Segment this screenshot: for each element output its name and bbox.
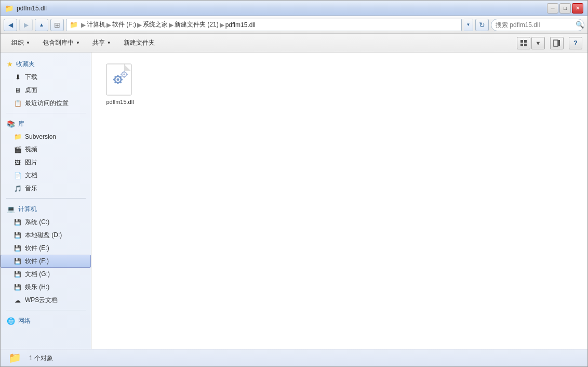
- sidebar-item-wps-cloud-label: WPS云文档: [25, 296, 58, 305]
- sidebar-item-subversion[interactable]: 📁 Subversion: [1, 130, 91, 143]
- recent-button[interactable]: ⊞: [50, 19, 64, 31]
- svg-rect-3: [524, 44, 527, 46]
- pictures-icon: 🖼: [14, 159, 22, 167]
- organize-button[interactable]: 组织 ▼: [6, 36, 36, 50]
- search-icon[interactable]: 🔍: [576, 21, 584, 29]
- view-dropdown-button[interactable]: ▼: [531, 37, 545, 49]
- minimize-button[interactable]: ─: [547, 3, 558, 14]
- back-button[interactable]: ◀: [4, 19, 17, 31]
- svg-rect-24: [121, 74, 122, 75]
- sidebar-item-drive-f[interactable]: 💾 软件 (F:): [1, 255, 91, 268]
- new-folder-button[interactable]: 新建文件夹: [118, 36, 161, 50]
- sidebar-item-recent-label: 最近访问的位置: [25, 99, 69, 108]
- refresh-button[interactable]: ↻: [475, 19, 489, 31]
- sidebar-item-wps-cloud[interactable]: ☁ WPS云文档: [1, 294, 91, 307]
- svg-rect-12: [117, 75, 119, 77]
- search-box: 🔍: [491, 19, 584, 31]
- title-bar-controls: ─ □ ✕: [547, 3, 583, 14]
- address-path[interactable]: 📁 ▶ 计算机 ▶ 软件 (F:) ▶ 系统之家 ▶ 新建文件夹 (21) ▶ …: [66, 19, 462, 31]
- sidebar-item-music[interactable]: 🎵 音乐: [1, 182, 91, 195]
- help-button[interactable]: ?: [569, 37, 582, 49]
- subversion-icon: 📁: [14, 133, 22, 141]
- close-button[interactable]: ✕: [572, 3, 583, 14]
- drive-e-icon: 💾: [14, 244, 22, 253]
- path-segment-current: pdflm15.dll: [225, 21, 256, 29]
- documents-icon: 📄: [14, 172, 22, 180]
- library-section-title: 📚 库: [1, 116, 91, 130]
- preview-pane-button[interactable]: [550, 37, 564, 49]
- svg-rect-4: [554, 40, 558, 46]
- forward-button[interactable]: ▶: [19, 19, 33, 31]
- sidebar-item-download-label: 下载: [25, 73, 37, 82]
- video-icon: 🎬: [14, 146, 22, 154]
- include-library-label: 包含到库中: [43, 38, 74, 47]
- sidebar-item-drive-e-label: 软件 (E:): [25, 244, 49, 253]
- status-bar: 📁 1 个对象: [1, 349, 587, 367]
- sidebar-item-drive-g[interactable]: 💾 文档 (G:): [1, 268, 91, 281]
- favorites-title: 收藏夹: [16, 60, 35, 69]
- sidebar-item-recent[interactable]: 📋 最近访问的位置: [1, 97, 91, 110]
- computer-icon: 💻: [7, 205, 15, 213]
- library-title: 库: [18, 120, 24, 128]
- include-library-button[interactable]: 包含到库中 ▼: [37, 36, 86, 50]
- recent-icon: 📋: [14, 99, 22, 108]
- toolbar: 组织 ▼ 包含到库中 ▼ 共享 ▼ 新建文件夹 ▼ ?: [1, 34, 587, 53]
- svg-rect-25: [126, 74, 128, 75]
- sidebar-item-drive-d[interactable]: 💾 本地磁盘 (D:): [1, 229, 91, 242]
- sidebar-item-subversion-label: Subversion: [25, 133, 56, 140]
- toolbar-right: ▼ ?: [517, 37, 582, 49]
- svg-point-11: [117, 78, 119, 81]
- file-icon-pdflm15: [103, 63, 137, 96]
- organize-label: 组织: [11, 38, 24, 47]
- drive-f-icon: 💾: [14, 257, 22, 266]
- main-area: ★ 收藏夹 ⬇ 下载 🖥 桌面 📋 最近访问的位置 📚 库 📁 Subversi…: [1, 53, 587, 349]
- new-folder-label: 新建文件夹: [124, 38, 155, 47]
- up-button[interactable]: ▲: [35, 19, 48, 31]
- svg-rect-1: [524, 40, 527, 43]
- svg-rect-2: [520, 44, 523, 46]
- path-segment-folder1: 系统之家: [143, 20, 168, 29]
- sidebar-item-pictures[interactable]: 🖼 图片: [1, 156, 91, 169]
- file-name-pdflm15: pdflm15.dll: [106, 98, 133, 106]
- search-input[interactable]: [496, 21, 573, 29]
- sidebar-item-drive-h[interactable]: 💾 娱乐 (H:): [1, 281, 91, 294]
- drive-d-icon: 💾: [14, 231, 22, 240]
- sidebar-item-desktop[interactable]: 🖥 桌面: [1, 84, 91, 97]
- sidebar-item-documents-label: 文档: [25, 171, 37, 180]
- svg-rect-0: [520, 40, 523, 43]
- title-bar: 📁 pdflm15.dll ─ □ ✕: [1, 1, 587, 16]
- sidebar-item-video[interactable]: 🎬 视频: [1, 143, 91, 156]
- share-button[interactable]: 共享 ▼: [87, 36, 117, 50]
- title-bar-icon: 📁: [5, 4, 14, 12]
- sidebar-item-drive-f-label: 软件 (F:): [25, 257, 49, 266]
- include-library-chevron: ▼: [76, 41, 80, 45]
- share-label: 共享: [92, 38, 105, 47]
- title-bar-left: 📁 pdflm15.dll: [5, 4, 47, 12]
- address-bar: ◀ ▶ ▲ ⊞ 📁 ▶ 计算机 ▶ 软件 (F:) ▶ 系统之家 ▶ 新建文件夹…: [1, 16, 587, 34]
- address-dropdown-button[interactable]: ▼: [464, 19, 473, 31]
- network-title: 网络: [18, 317, 31, 325]
- file-item-pdflm15[interactable]: pdflm15.dll: [99, 60, 141, 108]
- svg-rect-13: [117, 82, 119, 84]
- sidebar-item-music-label: 音乐: [25, 184, 37, 193]
- view-grid-button[interactable]: [517, 37, 530, 49]
- library-icon: 📚: [7, 120, 15, 128]
- sidebar-item-drive-e[interactable]: 💾 软件 (E:): [1, 242, 91, 255]
- sidebar-item-drive-g-label: 文档 (G:): [25, 270, 50, 279]
- favorites-section-title: ★ 收藏夹: [1, 57, 91, 71]
- maximize-button[interactable]: □: [559, 3, 571, 14]
- sidebar-item-pictures-label: 图片: [25, 158, 37, 167]
- drive-g-icon: 💾: [14, 270, 22, 279]
- title-bar-title: pdflm15.dll: [17, 5, 47, 12]
- favorites-star-icon: ★: [7, 60, 13, 68]
- path-segment-drive: 软件 (F:): [112, 20, 136, 29]
- divider-3: [6, 310, 86, 310]
- organize-chevron: ▼: [26, 41, 30, 45]
- svg-rect-5: [558, 40, 560, 46]
- dll-file-svg: [104, 62, 136, 97]
- sidebar-item-drive-c[interactable]: 💾 系统 (C:): [1, 216, 91, 229]
- sidebar-item-documents[interactable]: 📄 文档: [1, 169, 91, 182]
- sidebar-item-download[interactable]: ⬇ 下载: [1, 71, 91, 84]
- sidebar-item-drive-c-label: 系统 (C:): [25, 218, 49, 227]
- drive-h-icon: 💾: [14, 283, 22, 292]
